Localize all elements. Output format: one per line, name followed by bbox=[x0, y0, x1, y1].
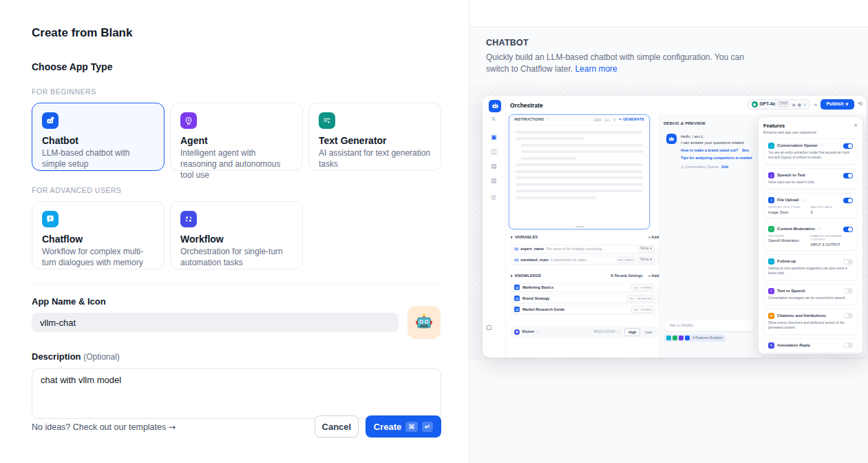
learn-more-link[interactable]: Learn more bbox=[575, 64, 617, 74]
preview-topbar-actions: ✺ GPT-4o CHAT ◉ ● ∨ ⇆ Publish ∨ ⟲ bbox=[748, 99, 863, 110]
nav-annotation-icon: ▥ bbox=[491, 177, 497, 185]
feature-name: Follow-up bbox=[777, 259, 796, 264]
meta-label: MAX UPLOADS bbox=[811, 205, 854, 209]
feature-name: File Upload bbox=[777, 198, 798, 203]
create-button-label: Create bbox=[374, 422, 401, 432]
instructions-panel: INSTRUCTIONS ⓘ 2182 {x} ⎘ ✦ GENERATE bbox=[509, 114, 650, 229]
card-desc: LLM-based chatbot with simple setup bbox=[42, 148, 154, 170]
placeholder-line bbox=[516, 137, 584, 140]
text-to-speech-icon: ♪ bbox=[768, 288, 774, 294]
vision-label: Vision bbox=[522, 329, 534, 335]
divider bbox=[32, 283, 441, 284]
placeholder-line bbox=[521, 150, 644, 153]
nav-orchestrate-icon: ▣ bbox=[491, 134, 497, 141]
feature-item: ↑ File Upload ⓘ SUPPORT FILE TYPESImage,… bbox=[763, 193, 858, 218]
templates-link[interactable]: No ideas? Check out our templates → bbox=[32, 422, 176, 432]
placeholder-line bbox=[516, 176, 643, 179]
file-upload-icon: ↑ bbox=[768, 197, 774, 203]
feature-desc: Setting up next questions suggestion can… bbox=[768, 267, 853, 276]
feature-name: Content Moderation bbox=[777, 227, 815, 232]
conversation-opener-icon: • bbox=[768, 143, 774, 149]
variable-type-badge: String ⊕ bbox=[638, 246, 655, 252]
app-type-card-chatbot[interactable]: Chatbot LLM-based chatbot with simple se… bbox=[32, 103, 165, 171]
feature-toggle bbox=[843, 198, 853, 203]
card-title: Text Generator bbox=[319, 135, 431, 146]
sliders-icon: ⇆ bbox=[814, 102, 817, 107]
app-name-input[interactable] bbox=[32, 313, 399, 332]
create-form-panel: Create from Blank Choose App Type FOR BE… bbox=[0, 0, 469, 463]
card-title: Agent bbox=[180, 135, 293, 146]
generate-label: GENERATE bbox=[623, 117, 644, 121]
app-type-card-agent[interactable]: Agent Intelligent agent with reasoning a… bbox=[170, 103, 303, 171]
meta-label: SUPPORT FILE TYPES bbox=[768, 205, 811, 209]
variable-type-badge: String ⊕ bbox=[638, 257, 655, 263]
preview-type-label: CHATBOT bbox=[486, 38, 851, 48]
modal-title: Create from Blank bbox=[32, 26, 441, 40]
preview-page-title: Orchestrate bbox=[510, 102, 543, 110]
upload-mini-icon bbox=[685, 336, 690, 340]
features-panel: Features × Enhance web app user experien… bbox=[758, 116, 863, 354]
feature-name: Speech to Text bbox=[777, 173, 805, 178]
card-desc: Orchestration for single-turn automation… bbox=[180, 247, 293, 269]
placeholder-line bbox=[516, 183, 643, 186]
add-knowledge-button: + Add bbox=[648, 274, 659, 278]
variables-header: ∨ VARIABLES + Add bbox=[510, 235, 659, 240]
features-enabled-label: 4 Features Enabled bbox=[692, 336, 723, 340]
preview-panel: CHATBOT Quickly build an LLM-based chatb… bbox=[469, 0, 868, 463]
vision-icon: ◉ bbox=[514, 329, 520, 335]
variable-row: (x) unrelated_topic A placeholder for to… bbox=[510, 256, 659, 265]
feature-desc: Show source document and attributed sect… bbox=[768, 321, 853, 331]
placeholder-line bbox=[516, 170, 643, 173]
card-title: Workflow bbox=[180, 234, 293, 245]
feature-item: ♪ Speech to Text Voice input can be used… bbox=[763, 168, 858, 189]
feature-name: Text to Speech bbox=[777, 289, 805, 294]
knowledge-row: ▤ Market Research Guide HQ · HYBRID bbox=[510, 305, 659, 314]
resolution-high-button: High bbox=[624, 328, 641, 336]
feature-toggle bbox=[843, 227, 853, 232]
meta-value: Image, Docs bbox=[768, 210, 811, 215]
preview-app-icon bbox=[489, 100, 501, 112]
create-app-modal: Create from Blank Choose App Type FOR BE… bbox=[0, 0, 868, 463]
feature-item: ≡ Citations and Attributions Show source… bbox=[763, 309, 858, 335]
workflow-icon bbox=[180, 211, 197, 227]
agent-icon bbox=[180, 112, 197, 129]
card-title: Chatbot bbox=[42, 135, 154, 146]
features-subtitle: Enhance web app user experience bbox=[763, 130, 858, 134]
meta-label: ENABLED MODERATE CONTENT bbox=[811, 234, 854, 242]
app-type-card-text-generator[interactable]: Text Generator AI assistant for text gen… bbox=[308, 103, 441, 171]
feature-item: ✎ Annotation Reply bbox=[763, 338, 858, 353]
cancel-button[interactable]: Cancel bbox=[315, 415, 359, 438]
chat-input: Talk to DifyBot bbox=[664, 320, 755, 331]
annotation-reply-icon: ✎ bbox=[768, 342, 774, 349]
opener-icon: ◎ bbox=[681, 165, 684, 169]
preview-sidebar: ⇅ ▣ ◫ ▤ ▥ ◎ bbox=[483, 96, 506, 358]
variable-row: (x) expert_name The name of the strategi… bbox=[510, 245, 659, 254]
dataset-badge: HQ · HYBRID bbox=[631, 307, 655, 313]
preview-type-desc: Quickly build an LLM-based chatbot with … bbox=[486, 52, 748, 76]
variable-x-icon: (x) bbox=[514, 258, 518, 262]
dataset-badge: HQ · INVERTED bbox=[627, 296, 655, 302]
speech-mini-icon bbox=[679, 336, 684, 340]
description-textarea[interactable]: chat with vllm model bbox=[32, 368, 441, 419]
collapse-icon bbox=[487, 325, 491, 330]
meta-value: OpenAI Moderation bbox=[768, 238, 811, 243]
edit-link: Edit bbox=[721, 165, 728, 169]
robot-emoji-icon bbox=[414, 313, 434, 332]
dataset-name: Market Research Guide bbox=[522, 307, 564, 312]
params-icon: ◉ bbox=[792, 102, 795, 107]
generate-spark-icon: ✦ bbox=[619, 117, 622, 121]
required-badge: REQUIRED bbox=[616, 257, 636, 263]
instructions-label: INSTRUCTIONS bbox=[514, 117, 544, 122]
create-button[interactable]: Create ⌘ ↵ bbox=[366, 415, 441, 438]
variables-label: VARIABLES bbox=[515, 235, 538, 240]
app-icon-picker[interactable] bbox=[407, 306, 441, 339]
resolution-label: RESOLUTION bbox=[594, 330, 615, 334]
variable-desc: A placeholder for topics... bbox=[551, 258, 589, 262]
app-type-card-workflow[interactable]: Workflow Orchestration for single-turn a… bbox=[170, 201, 303, 269]
chevron-down-icon: ∨ bbox=[803, 102, 806, 107]
cmd-key-icon: ⌘ bbox=[405, 422, 417, 432]
app-type-card-chatflow[interactable]: Chatflow Workflow for complex multi-turn… bbox=[32, 201, 165, 269]
enter-key-icon: ↵ bbox=[422, 422, 433, 432]
feature-item: ✓ Content Moderation ⓘ PROVIDEROpenAI Mo… bbox=[763, 222, 858, 251]
info-icon: ⓘ bbox=[546, 118, 549, 122]
